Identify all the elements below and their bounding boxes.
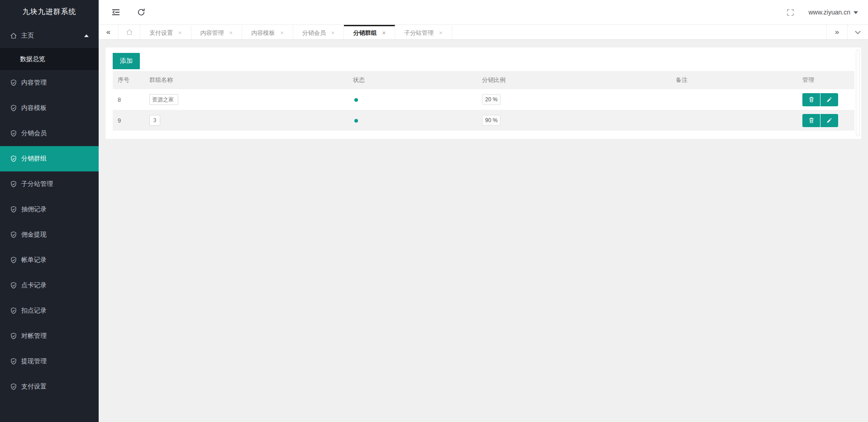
tabs-menu-button[interactable] [847,25,868,39]
sidebar-item-distribution-group[interactable]: 分销群组 [0,146,99,171]
sidebar-item-label: 分销群组 [21,155,47,163]
column-header-manage: 管理 [797,71,854,89]
shield-check-icon [10,104,17,112]
group-name-input[interactable] [149,94,178,105]
sidebar-item-card-records[interactable]: 点卡记录 [0,273,99,298]
sidebar-subitem-label: 数据总览 [20,55,45,63]
tab-label: 内容模板 [251,29,275,37]
tab-payment-settings[interactable]: 支付设置 × [140,25,191,39]
ratio-badge: 90 % [482,115,501,126]
sidebar-item-label: 对帐管理 [21,332,47,340]
edit-button[interactable] [820,93,838,106]
tab-distribution-member[interactable]: 分销会员 × [293,25,344,39]
sidebar-item-distribution-member[interactable]: 分销会员 [0,121,99,146]
content-area: 添加 序号 群组名称 状态 分销比例 备注 管理 [99,40,868,422]
site-domain: www.ziyuan.cn [808,9,850,16]
shield-check-icon [10,206,17,213]
tabbar-spacer [452,25,826,39]
shield-check-icon [10,79,17,86]
delete-button[interactable] [802,93,820,106]
tabbar: « 支付设置 × 内容管理 × 内容模板 × 分销会员 × 分销群组 × 子分站… [99,25,868,40]
tab-label: 分销会员 [302,29,326,37]
row-actions [802,93,838,106]
tab-substation-management[interactable]: 子分站管理 × [395,25,452,39]
main-region: www.ziyuan.cn « 支付设置 × 内容管理 × 内容模板 × 分销会… [99,0,868,422]
column-header-seq: 序号 [113,71,144,89]
close-icon[interactable]: × [439,29,443,36]
sidebar-item-label: 帐单记录 [21,256,47,264]
sidebar-item-label: 扣点记录 [21,307,47,315]
chevron-down-icon [855,28,861,34]
fullscreen-icon[interactable] [785,7,796,18]
tab-label: 支付设置 [149,29,173,37]
close-icon[interactable]: × [229,29,233,36]
sidebar-item-reconciliation[interactable]: 对帐管理 [0,323,99,349]
edit-button[interactable] [820,114,838,127]
tabs-scroll-right-button[interactable]: » [826,25,847,39]
shield-check-icon [10,180,17,188]
sidebar-item-label: 主页 [21,32,84,40]
group-name-input[interactable] [149,115,160,126]
column-header-ratio: 分销比例 [477,71,671,89]
shield-check-icon [10,256,17,264]
shield-check-icon [10,282,17,289]
sidebar-item-commission-withdraw[interactable]: 佣金提现 [0,222,99,247]
distribution-group-panel: 添加 序号 群组名称 状态 分销比例 备注 管理 [105,47,861,139]
shield-check-icon [10,307,17,314]
shield-check-icon [10,383,17,390]
column-header-group-name: 群组名称 [144,71,348,89]
close-icon[interactable]: × [382,29,386,36]
sidebar-item-label: 内容模板 [21,104,47,112]
sidebar-item-bill-records[interactable]: 帐单记录 [0,247,99,273]
sidebar-item-substation-management[interactable]: 子分站管理 [0,171,99,197]
seq-cell: 8 [113,89,144,110]
caret-up-icon [84,34,89,37]
note-cell [671,110,797,131]
sidebar-item-content-management[interactable]: 内容管理 [0,70,99,95]
shield-check-icon [10,231,17,238]
home-icon [10,32,17,39]
table-header-row: 序号 群组名称 状态 分销比例 备注 管理 [113,71,854,89]
tab-content-template[interactable]: 内容模板 × [242,25,293,39]
tab-distribution-group[interactable]: 分销群组 × [344,25,395,39]
sidebar-item-label: 点卡记录 [21,281,47,289]
ratio-badge: 20 % [482,94,501,105]
group-table: 序号 群组名称 状态 分销比例 备注 管理 8 20 % [113,71,854,131]
topbar: www.ziyuan.cn [99,0,868,25]
sidebar-item-home[interactable]: 主页 [0,24,99,48]
column-header-status: 状态 [348,71,477,89]
row-actions [802,114,838,127]
tabs-scroll-left-button[interactable]: « [99,25,119,39]
table-row: 9 90 % [113,110,854,131]
tab-label: 分销群组 [353,29,377,37]
site-switcher[interactable]: www.ziyuan.cn [808,9,858,16]
sidebar-item-withdraw-management[interactable]: 提现管理 [0,349,99,374]
column-header-note: 备注 [671,71,797,89]
sidebar-item-label: 子分站管理 [21,180,53,188]
refresh-icon[interactable] [136,7,147,18]
sidebar-item-commission-records[interactable]: 抽佣记录 [0,197,99,222]
close-icon[interactable]: × [280,29,284,36]
home-tab[interactable] [119,25,140,39]
status-dot [354,98,358,102]
sidebar-item-data-overview[interactable]: 数据总览 [0,48,99,70]
sidebar-item-content-template[interactable]: 内容模板 [0,95,99,121]
table-row: 8 20 % [113,89,854,110]
shield-check-icon [10,130,17,137]
menu-fold-icon[interactable] [110,7,121,18]
delete-button[interactable] [802,114,820,127]
sidebar-item-payment-settings[interactable]: 支付设置 [0,374,99,399]
close-icon[interactable]: × [178,29,182,36]
shield-check-icon [10,358,17,365]
sidebar-item-label: 抽佣记录 [21,205,47,213]
sidebar-item-label: 佣金提现 [21,231,47,239]
shield-check-icon [10,332,17,340]
close-icon[interactable]: × [331,29,335,36]
sidebar-item-deduction-records[interactable]: 扣点记录 [0,298,99,323]
seq-cell: 9 [113,110,144,131]
status-dot [354,119,358,123]
panel-scrollbar[interactable] [856,49,860,136]
tab-content-management[interactable]: 内容管理 × [191,25,243,39]
add-button[interactable]: 添加 [113,53,140,69]
tab-label: 子分站管理 [404,29,434,37]
